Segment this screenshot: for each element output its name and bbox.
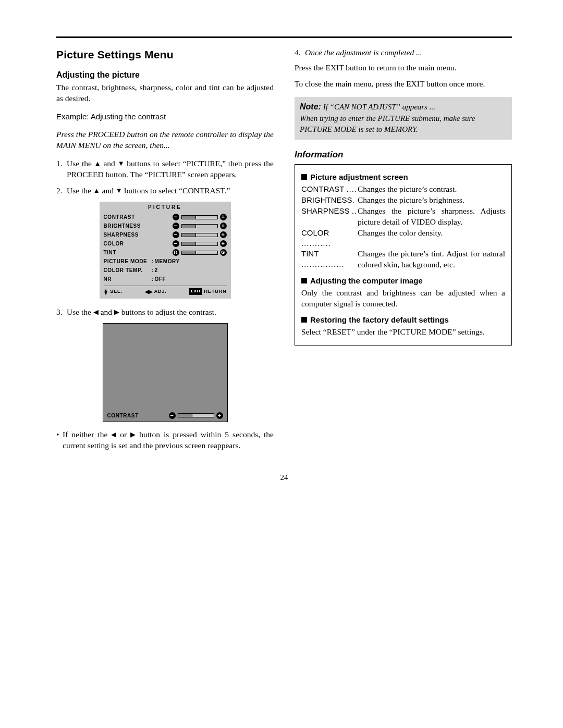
subheading-adjusting: Adjusting the picture [56,69,274,81]
g-icon: G [220,249,227,256]
osd-row-picture-mode: PICTURE MODE : MEMORY [104,257,227,266]
example-line: Example: Adjusting the contrast [56,112,274,122]
down-arrow-icon: ▼ [118,159,125,168]
osd-footer: ▲▼SEL. ◀▶ADJ. EXITRETURN [104,286,227,295]
up-arrow-icon: ▲ [93,186,100,195]
note-bullets: • If neither the ◀ or ▶ button is presse… [56,429,274,451]
osd-row-brightness: BRIGHTNESS − + [104,221,227,230]
left-arrow-icon: ◀ [111,430,116,439]
exit-instruction-2: To close the main menu, press the EXIT b… [295,79,512,90]
minus-icon: − [173,223,179,229]
step-2: 2. Use the ▲ and ▼ buttons to select “CO… [56,186,274,196]
square-bullet-icon [301,317,307,323]
def-sharpness: SHARPNESS .. Changes the picture’s sharp… [301,206,505,228]
right-arrow-icon: ▶ [130,430,136,439]
information-box: Picture adjustment screen CONTRAST .... … [295,164,512,346]
osd-row-nr: NR : OFF [104,275,227,283]
right-arrow-icon: ▶ [114,307,119,317]
def-tint: TINT ................ Changes the pictur… [301,249,505,270]
section-title: Picture Settings Menu [56,47,274,62]
osd-row-color: COLOR − + [104,239,227,248]
steps-continued: 4. Once the adjustment is completed ... [295,47,512,58]
slider-bar [181,215,218,219]
square-bullet-icon [301,278,307,283]
steps-list: 1. Use the ▲ and ▼ buttons to select “PI… [56,158,274,196]
info-sub-picture-adjustment: Picture adjustment screen [301,172,505,182]
steps-list-cont: 3. Use the ◀ and ▶ buttons to adjust the… [56,307,274,318]
note-box: Note: If “CAN NOT ADJUST” appears ... Wh… [295,97,512,140]
info-sub-computer-image: Adjusting the computer image [301,276,505,286]
step-4: 4. Once the adjustment is completed ... [295,47,512,58]
plus-icon: + [220,240,227,247]
preview-image-area [103,324,227,410]
down-arrow-icon: ▼ [116,186,123,195]
def-contrast: CONTRAST .... Changes the picture’s cont… [301,184,505,195]
right-column: 4. Once the adjustment is completed ... … [295,47,512,451]
step-1: 1. Use the ▲ and ▼ buttons to select “PI… [56,158,274,180]
intro-paragraph: The contrast, brightness, sharpness, col… [56,82,274,104]
osd-picture-menu: PICTURE CONTRAST − + BRIGHTNESS − + SHAR… [100,202,231,299]
r-icon: R [173,249,179,256]
osd-row-tint: TINT R G [104,248,227,257]
exit-instruction-1: Press the EXIT button to return to the m… [295,63,512,73]
info-sub-factory-defaults: Restoring the factory default settings [301,315,505,325]
minus-icon: − [173,214,179,220]
minus-icon: − [173,240,179,247]
left-arrow-icon: ◀ [93,307,99,317]
preview-slider-bar: CONTRAST − + [103,410,227,422]
information-title: Information [295,149,512,161]
plus-icon: + [220,231,227,238]
step-3: 3. Use the ◀ and ▶ buttons to adjust the… [56,307,274,318]
definitions-list: CONTRAST .... Changes the picture’s cont… [301,184,505,270]
top-divider [56,36,512,38]
info-factory-defaults-text: Select “RESET” under the “PICTURE MODE” … [301,327,505,338]
plus-icon: + [220,214,227,220]
page-number: 24 [56,472,512,483]
updown-icon: ▲▼ [104,289,109,295]
def-color: COLOR ........... Changes the color dens… [301,228,505,249]
osd-row-color-temp: COLOR TEMP. : 2 [104,266,227,275]
bullet-timeout: • If neither the ◀ or ▶ button is presse… [56,429,274,451]
square-bullet-icon [301,174,307,180]
def-brightness: BRIGHTNESS. Changes the picture’s bright… [301,195,505,206]
osd-title: PICTURE [104,204,227,211]
minus-icon: − [173,231,179,238]
plus-icon: + [216,412,223,419]
up-arrow-icon: ▲ [94,159,101,168]
leftright-icon: ◀▶ [145,288,152,295]
plus-icon: + [220,223,227,229]
note-label: Note: [300,102,321,111]
exit-badge-icon: EXIT [189,288,202,295]
info-computer-image-text: Only the contrast and brightness can be … [301,288,505,310]
two-column-layout: Picture Settings Menu Adjusting the pict… [56,47,512,451]
left-column: Picture Settings Menu Adjusting the pict… [56,47,274,451]
preview-screen: CONTRAST − + [103,323,228,423]
minus-icon: − [169,412,176,419]
preamble: Press the PROCEED button on the remote c… [56,129,274,151]
osd-row-sharpness: SHARPNESS − + [104,230,227,239]
osd-row-contrast: CONTRAST − + [104,213,227,221]
